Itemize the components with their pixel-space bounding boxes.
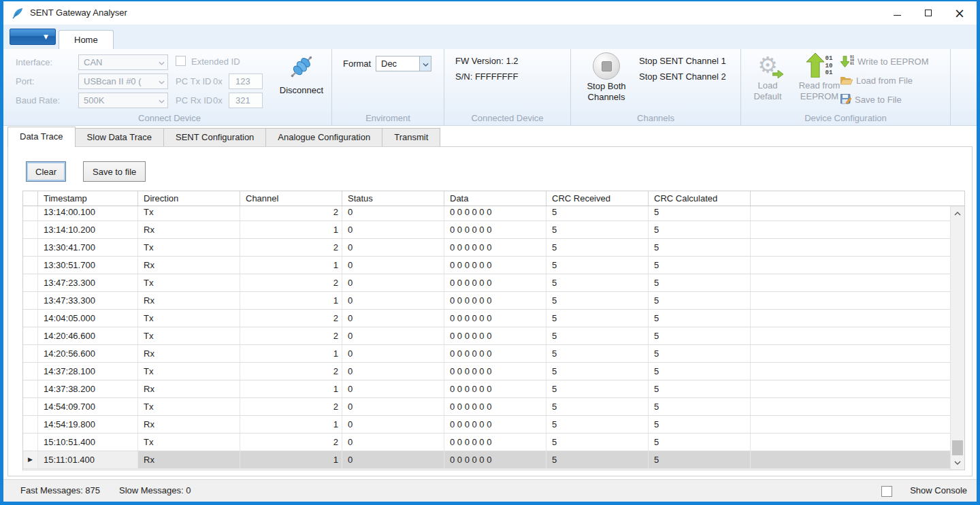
group-label-channels: Channels: [571, 113, 740, 123]
cell-status: 0: [342, 327, 444, 344]
column-header-channel[interactable]: Channel: [240, 191, 342, 206]
table-row[interactable]: 13:30:51.700 Rx 1 0 0 0 0 0 0 0 5 5: [23, 257, 950, 274]
ribbon: Interface: CAN Port: USBcan II #0 ( Baud…: [3, 49, 977, 126]
tab-analogue-configuration[interactable]: Analogue Configuration: [266, 128, 382, 146]
table-row[interactable]: 13:47:33.300 Rx 1 0 0 0 0 0 0 0 5 5: [23, 292, 950, 310]
row-indicator: [23, 345, 38, 362]
cell-timestamp: 14:54:19.800: [38, 416, 138, 433]
hex-prefix-label: 0x: [213, 76, 223, 86]
cell-direction: Tx: [138, 239, 240, 256]
scroll-down-button[interactable]: [951, 455, 964, 470]
row-indicator: [23, 257, 38, 274]
port-label: Port:: [16, 76, 34, 86]
table-row[interactable]: 15:10:51.400 Tx 2 0 0 0 0 0 0 0 5 5: [23, 434, 950, 451]
ribbon-tab-row: ▼ Home: [3, 25, 977, 49]
cell-direction: Tx: [138, 434, 240, 451]
scrollbar-thumb[interactable]: [952, 440, 963, 455]
column-header-timestamp[interactable]: Timestamp: [38, 191, 138, 206]
show-console-checkbox[interactable]: [881, 486, 892, 497]
pc-tx-id-field[interactable]: 123: [229, 74, 263, 89]
tab-sent-configuration[interactable]: SENT Configuration: [164, 128, 266, 146]
close-button[interactable]: ×: [944, 1, 975, 25]
cell-timestamp: 14:20:46.600: [38, 327, 138, 344]
cell-filler: [751, 416, 950, 433]
port-combo[interactable]: USBcan II #0 (: [78, 74, 168, 89]
table-row[interactable]: 14:20:56.600 Rx 1 0 0 0 0 0 0 0 5 5: [23, 345, 950, 363]
tab-transmit[interactable]: Transmit: [382, 128, 440, 146]
table-row[interactable]: 14:20:46.600 Tx 2 0 0 0 0 0 0 0 5 5: [23, 327, 950, 345]
column-header-direction[interactable]: Direction: [138, 191, 240, 206]
cell-crc-received: 5: [546, 398, 649, 415]
column-header-crc-received[interactable]: CRC Received: [546, 191, 649, 206]
tab-slow-data-trace[interactable]: Slow Data Trace: [76, 128, 164, 146]
pc-rx-id-label: PC Rx ID: [176, 95, 212, 105]
scrollbar-track[interactable]: [951, 221, 964, 455]
interface-combo[interactable]: CAN: [78, 54, 168, 70]
vertical-scrollbar[interactable]: [950, 206, 964, 470]
cell-crc-received: 5: [546, 380, 649, 397]
save-to-file-button[interactable]: Save to File: [840, 93, 902, 106]
cell-filler: [751, 345, 950, 362]
table-row[interactable]: 14:37:28.100 Tx 2 0 0 0 0 0 0 0 5 5: [23, 363, 950, 380]
table-row[interactable]: 13:14:10.200 Rx 1 0 0 0 0 0 0 0 5 5: [23, 221, 950, 239]
cell-crc-received: 5: [546, 434, 649, 451]
cell-data: 0 0 0 0 0 0: [444, 380, 546, 397]
window-controls: ×: [881, 1, 975, 25]
column-header-status[interactable]: Status: [342, 191, 444, 206]
trace-table-header: Timestamp Direction Channel Status Data …: [23, 191, 964, 206]
file-menu-button[interactable]: ▼: [10, 29, 56, 45]
chevron-down-icon: [156, 95, 167, 105]
cell-filler: [751, 451, 950, 468]
maximize-button[interactable]: [913, 1, 944, 25]
cell-crc-received: 5: [546, 451, 649, 468]
table-row[interactable]: 13:47:23.300 Tx 2 0 0 0 0 0 0 0 5 5: [23, 274, 950, 292]
table-row[interactable]: 14:54:09.700 Tx 2 0 0 0 0 0 0 0 5 5: [23, 398, 950, 416]
cell-direction: Tx: [138, 327, 240, 344]
cell-crc-calculated: 5: [649, 345, 751, 362]
cell-data: 0 0 0 0 0 0: [444, 257, 546, 274]
cell-direction: Rx: [138, 416, 240, 433]
write-to-eeprom-label: Write to EEPROM: [858, 56, 929, 67]
stop-sent-channel-2-button[interactable]: Stop SENT Channel 2: [639, 71, 726, 82]
chevron-down-icon: [156, 76, 167, 86]
ribbon-tab-home[interactable]: Home: [59, 30, 114, 50]
column-header-data[interactable]: Data: [444, 191, 546, 206]
group-enviroment: Format Dec Enviroment: [332, 49, 444, 125]
load-default-button[interactable]: ⚙ Load Default: [747, 53, 789, 103]
trace-table: Timestamp Direction Channel Status Data …: [22, 191, 965, 470]
format-combo[interactable]: Dec: [376, 56, 431, 71]
extended-id-checkbox[interactable]: [176, 56, 186, 66]
cell-crc-calculated: 5: [649, 274, 751, 291]
scroll-up-button[interactable]: [951, 206, 964, 221]
cell-filler: [751, 274, 950, 291]
arrow-right-icon: [772, 70, 783, 78]
write-eeprom-icon: 011001: [840, 56, 854, 67]
load-from-file-button[interactable]: Load from File: [840, 74, 913, 87]
baud-rate-combo[interactable]: 500K: [78, 93, 168, 108]
clear-button[interactable]: Clear: [26, 161, 66, 182]
cell-filler: [751, 434, 950, 451]
save-to-file-toolbar-button[interactable]: Save to file: [83, 161, 146, 182]
table-row[interactable]: 13:30:41.700 Tx 2 0 0 0 0 0 0 0 5 5: [23, 239, 950, 257]
cell-crc-calculated: 5: [649, 363, 751, 380]
write-to-eeprom-button[interactable]: 011001 Write to EEPROM: [840, 54, 929, 68]
table-row[interactable]: 14:54:19.800 Rx 1 0 0 0 0 0 0 0 5 5: [23, 416, 950, 434]
column-header-crc-calculated[interactable]: CRC Calculated: [649, 191, 751, 206]
stop-both-channels-button[interactable]: Stop Both Channels: [581, 52, 632, 103]
pc-rx-id-field[interactable]: 321: [229, 93, 263, 108]
table-row[interactable]: ▶ 15:11:01.400 Rx 1 0 0 0 0 0 0 0 5 5: [23, 451, 950, 469]
table-row[interactable]: 13:14:00.100 Tx 2 0 0 0 0 0 0 0 5 5: [23, 206, 950, 221]
disconnect-icon: [287, 52, 316, 82]
cell-timestamp: 13:14:00.100: [38, 206, 138, 221]
tab-data-trace[interactable]: Data Trace: [7, 127, 76, 147]
cell-crc-received: 5: [546, 310, 649, 327]
page-tab-strip: Data Trace Slow Data Trace SENT Configur…: [3, 126, 977, 146]
group-label-device-configuration: Device Configuration: [741, 113, 950, 123]
row-indicator: [23, 310, 38, 327]
table-row[interactable]: 14:04:05.000 Tx 2 0 0 0 0 0 0 0 5 5: [23, 310, 950, 327]
table-row[interactable]: 14:37:38.200 Rx 1 0 0 0 0 0 0 0 5 5: [23, 380, 950, 398]
cell-direction: Tx: [138, 206, 240, 221]
stop-sent-channel-1-button[interactable]: Stop SENT Channel 1: [639, 56, 726, 66]
disconnect-button[interactable]: Disconnect: [274, 52, 329, 96]
minimize-button[interactable]: [881, 1, 913, 25]
